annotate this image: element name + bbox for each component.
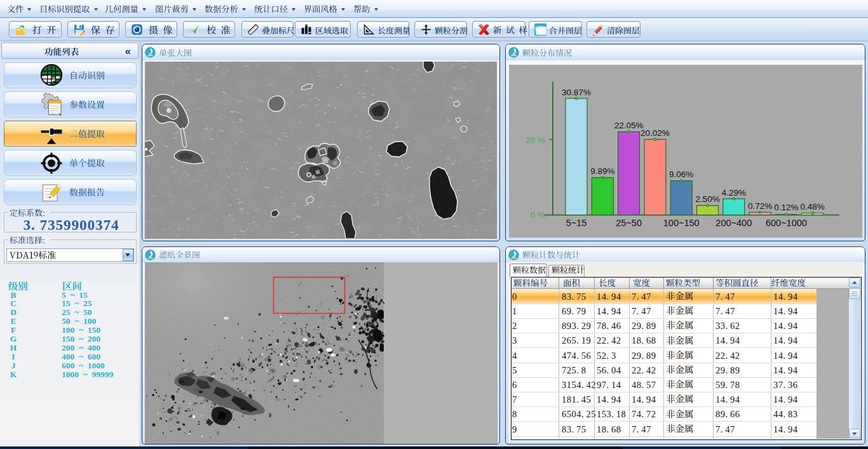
svg-text:30.87%: 30.87% (562, 88, 591, 97)
svg-text:2.50%: 2.50% (695, 194, 719, 204)
svg-text:0.12%: 0.12% (774, 203, 798, 212)
svg-text:9.06%: 9.06% (669, 170, 693, 179)
svg-text:22.05%: 22.05% (614, 121, 644, 130)
svg-text:0.72%: 0.72% (748, 201, 772, 211)
svg-text:600~1000: 600~1000 (766, 218, 807, 228)
svg-text:100~150: 100~150 (663, 218, 700, 228)
svg-text:9.89%: 9.89% (590, 166, 614, 176)
svg-text:20.02%: 20.02% (641, 128, 670, 138)
svg-text:0.48%: 0.48% (801, 202, 825, 211)
svg-text:25~50: 25~50 (616, 218, 642, 228)
svg-text:200~400: 200~400 (715, 218, 752, 228)
svg-text:4.29%: 4.29% (722, 188, 746, 198)
svg-text:5~15: 5~15 (566, 218, 587, 228)
svg-text:0 %: 0 % (531, 210, 545, 220)
svg-text:20 %: 20 % (526, 135, 545, 145)
